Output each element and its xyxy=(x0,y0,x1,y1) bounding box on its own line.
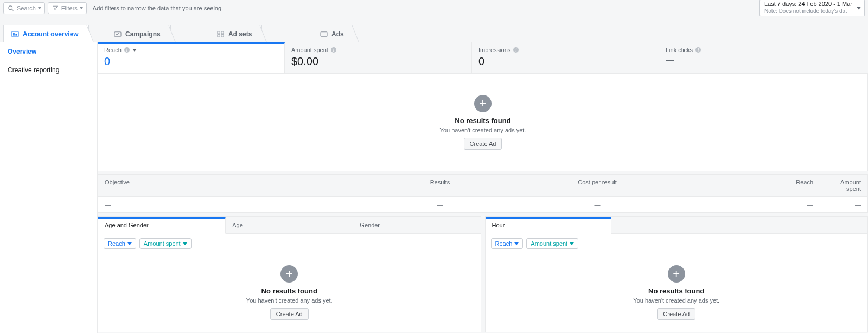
svg-rect-10 xyxy=(321,31,327,36)
bottom-panels: Age and Gender Age Gender Reach Amount s… xyxy=(98,216,868,332)
ptab-hour-empty xyxy=(611,217,867,234)
tab-account-overview[interactable]: Account overview xyxy=(3,25,89,42)
panel-body: + No results found You haven't created a… xyxy=(98,253,481,332)
metric-amount-spent[interactable]: Amount spent i $0.00 xyxy=(285,42,472,73)
main-chart-panel: + No results found You haven't created a… xyxy=(98,74,868,171)
search-icon xyxy=(7,5,15,11)
svg-rect-2 xyxy=(12,31,18,36)
pill-reach[interactable]: Reach xyxy=(491,238,524,249)
empty-title: No results found xyxy=(633,287,719,295)
filter-icon xyxy=(52,5,59,11)
empty-title: No results found xyxy=(440,117,526,125)
overview-icon xyxy=(11,31,19,37)
info-icon: i xyxy=(124,47,130,53)
th-results: Results xyxy=(359,175,521,196)
main-tabs: Account overview Campaigns Ad sets Ads xyxy=(0,16,868,42)
th-cost: Cost per result xyxy=(521,175,673,196)
td-spent: — xyxy=(820,197,867,212)
ptab-age[interactable]: Age xyxy=(226,217,353,234)
svg-rect-3 xyxy=(13,33,15,35)
tab-campaigns[interactable]: Campaigns xyxy=(106,25,171,42)
pill-amount-spent[interactable]: Amount spent xyxy=(139,238,192,249)
filters-label: Filters xyxy=(61,5,78,11)
th-objective: Objective xyxy=(98,175,359,196)
svg-point-0 xyxy=(9,5,12,9)
metric-reach[interactable]: Reach i 0 xyxy=(98,42,285,73)
empty-sub: You haven't created any ads yet. xyxy=(440,127,526,133)
td-cost: — xyxy=(521,197,673,212)
ptab-hour[interactable]: Hour xyxy=(486,217,611,234)
svg-rect-4 xyxy=(15,34,17,35)
table-head: Objective Results Cost per result Reach … xyxy=(98,175,867,197)
metric-value: $0.00 xyxy=(291,55,465,68)
metric-value: 0 xyxy=(104,55,278,68)
tab-label: Campaigns xyxy=(125,30,161,38)
pill-label: Reach xyxy=(108,240,125,247)
metric-label-text: Amount spent xyxy=(291,47,328,53)
caret-down-icon xyxy=(514,242,519,245)
empty-state: + No results found You haven't created a… xyxy=(246,265,333,320)
info-icon: i xyxy=(331,47,336,53)
search-label: Search xyxy=(17,5,36,11)
top-toolbar: Search Filters Add filters to narrow the… xyxy=(0,0,868,16)
panel-tabs: Age and Gender Age Gender xyxy=(98,217,481,234)
toolbar-hint: Add filters to narrow the data that you … xyxy=(93,5,223,11)
svg-line-1 xyxy=(12,9,14,10)
create-ad-button[interactable]: Create Ad xyxy=(464,138,502,150)
date-range-line1: Last 7 days: 24 Feb 2020 - 1 Mar xyxy=(764,1,852,8)
tab-label: Ad sets xyxy=(228,30,252,38)
pill-label: Reach xyxy=(495,240,513,247)
svg-rect-6 xyxy=(218,31,220,33)
metrics-row: Reach i 0 Amount spent i $0.00 Impressio… xyxy=(98,42,868,74)
metric-label-text: Impressions xyxy=(478,47,510,53)
sidebar-item-overview[interactable]: Overview xyxy=(0,42,97,61)
plus-icon: + xyxy=(668,265,685,283)
metric-impressions[interactable]: Impressions i 0 xyxy=(472,42,659,73)
pill-label: Amount spent xyxy=(144,240,181,247)
sidebar: Overview Creative reporting xyxy=(0,42,98,333)
panel-filters: Reach Amount spent xyxy=(98,234,481,253)
results-table: Objective Results Cost per result Reach … xyxy=(98,174,868,213)
td-objective: — xyxy=(98,197,359,212)
empty-state: + No results found You haven't created a… xyxy=(440,95,526,150)
empty-state: + No results found You haven't created a… xyxy=(633,265,719,320)
caret-down-icon xyxy=(80,7,83,9)
plus-icon: + xyxy=(474,95,492,112)
search-button[interactable]: Search xyxy=(3,2,45,14)
empty-title: No results found xyxy=(246,287,333,295)
empty-sub: You haven't created any ads yet. xyxy=(246,297,333,304)
caret-down-icon xyxy=(183,242,187,245)
tab-label: Account overview xyxy=(23,30,79,38)
caret-down-icon xyxy=(857,7,861,9)
tab-adsets[interactable]: Ad sets xyxy=(209,25,262,42)
create-ad-button[interactable]: Create Ad xyxy=(270,308,309,320)
date-range-picker[interactable]: Last 7 days: 24 Feb 2020 - 1 Mar Note: D… xyxy=(760,0,865,17)
metric-label-text: Link clicks xyxy=(666,47,693,53)
svg-rect-7 xyxy=(221,31,224,33)
th-reach: Reach xyxy=(673,175,820,196)
metric-value: — xyxy=(666,55,861,65)
filters-button[interactable]: Filters xyxy=(48,2,87,14)
content: Reach i 0 Amount spent i $0.00 Impressio… xyxy=(98,42,868,333)
panel-filters: Reach Amount spent xyxy=(486,234,868,253)
create-ad-button[interactable]: Create Ad xyxy=(657,308,695,320)
caret-down-icon xyxy=(570,242,574,245)
pill-reach[interactable]: Reach xyxy=(104,238,136,249)
pill-amount-spent[interactable]: Amount spent xyxy=(526,238,578,249)
svg-rect-9 xyxy=(221,34,224,36)
tab-ads[interactable]: Ads xyxy=(312,25,354,42)
td-results: — xyxy=(359,197,521,212)
ads-icon xyxy=(320,31,328,37)
toolbar-left: Search Filters Add filters to narrow the… xyxy=(3,2,223,14)
caret-down-icon xyxy=(38,7,41,9)
metric-link-clicks[interactable]: Link clicks i — xyxy=(659,42,868,73)
campaigns-icon xyxy=(114,31,122,37)
td-reach: — xyxy=(673,197,820,212)
ptab-gender[interactable]: Gender xyxy=(353,217,480,234)
panel-hour: Hour Reach Amount spent + xyxy=(485,216,869,332)
svg-rect-8 xyxy=(218,34,220,36)
ptab-age-gender[interactable]: Age and Gender xyxy=(98,217,226,234)
panel-body: + No results found You haven't created a… xyxy=(486,253,868,332)
sidebar-item-creative-reporting[interactable]: Creative reporting xyxy=(0,61,97,79)
info-icon: i xyxy=(513,47,519,53)
